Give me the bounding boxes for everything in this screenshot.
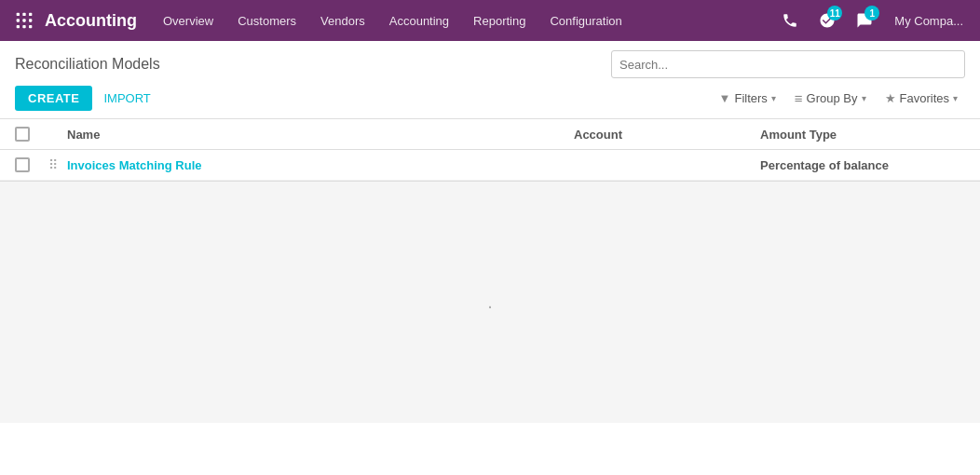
select-all-checkbox[interactable] [15,127,30,142]
nav-configuration[interactable]: Configuration [538,0,633,41]
subheader: Reconciliation Models CREATE IMPORT ▼ Fi… [0,41,980,119]
groupby-button[interactable]: ≡ Group By ▾ [787,87,874,110]
activity-icon-button[interactable]: 11 [810,4,844,37]
messages-badge: 1 [864,6,879,20]
favorites-arrow-icon: ▾ [953,93,958,103]
svg-rect-0 [17,13,20,16]
activity-badge: 11 [827,6,842,20]
nav-customers[interactable]: Customers [226,0,307,41]
row-name: Invoices Matching Rule [67,158,574,172]
nav-accounting[interactable]: Accounting [378,0,460,41]
apps-menu-button[interactable] [7,0,41,41]
company-selector[interactable]: My Compa... [885,14,973,28]
center-dot: . [487,292,493,313]
table-header: Name Account Amount Type [0,119,980,150]
row-checkbox[interactable] [15,157,30,172]
nav-overview[interactable]: Overview [152,0,225,41]
create-button[interactable]: CREATE [15,86,92,111]
svg-rect-5 [29,19,32,21]
messages-icon-button[interactable]: 1 [848,4,881,37]
column-header-account: Account [574,128,760,142]
favorites-button[interactable]: ★ Favorites ▾ [878,88,965,109]
nav-vendors[interactable]: Vendors [309,0,376,41]
svg-rect-1 [22,13,25,16]
subheader-top: Reconciliation Models [15,50,965,78]
filters-button[interactable]: ▼ Filters ▾ [712,88,783,109]
topbar-actions: 11 1 My Compa... [773,4,973,37]
column-header-name: Name [67,128,574,142]
svg-rect-8 [29,25,32,28]
svg-rect-4 [22,19,25,21]
page-title: Reconciliation Models [15,56,160,73]
nav-reporting[interactable]: Reporting [462,0,537,41]
empty-area: . [0,181,980,423]
topbar: Accounting Overview Customers Vendors Ac… [0,0,980,41]
table-container: Name Account Amount Type ⠿ Invoices Matc… [0,119,980,181]
groupby-arrow-icon: ▾ [862,93,866,103]
table-row[interactable]: ⠿ Invoices Matching Rule Percentage of b… [0,150,980,181]
filter-group: ▼ Filters ▾ ≡ Group By ▾ ★ Favorites ▾ [712,87,965,110]
filters-arrow-icon: ▾ [771,93,776,103]
row-amount-type: Percentage of balance [760,158,965,172]
search-input[interactable] [611,50,965,78]
column-header-amount-type: Amount Type [760,128,965,142]
phone-icon-button[interactable] [773,4,807,37]
app-brand: Accounting [41,11,152,31]
drag-handle-icon: ⠿ [45,157,61,172]
svg-rect-3 [17,19,20,21]
svg-rect-7 [22,25,25,28]
top-nav: Overview Customers Vendors Accounting Re… [152,0,773,41]
import-button[interactable]: IMPORT [96,86,157,111]
svg-rect-6 [17,25,20,28]
svg-rect-2 [29,13,32,16]
subheader-actions: CREATE IMPORT ▼ Filters ▾ ≡ Group By ▾ ★… [15,86,965,118]
